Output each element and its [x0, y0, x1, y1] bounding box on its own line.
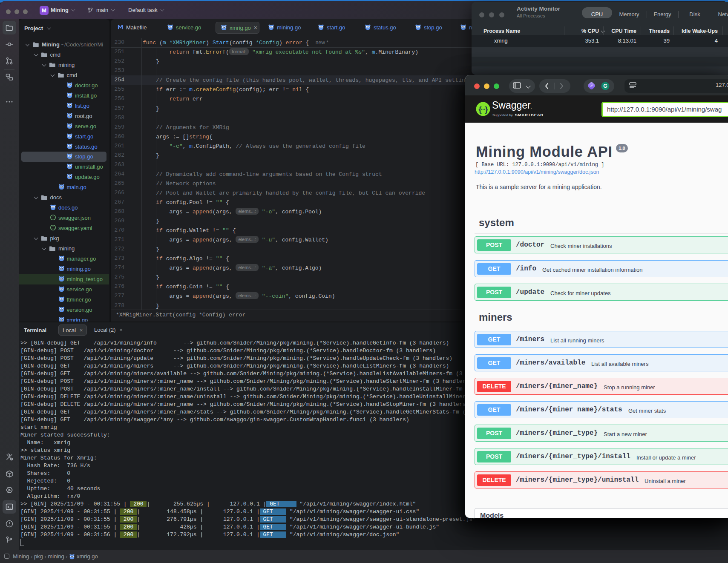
- svg-text:G: G: [603, 83, 607, 89]
- svg-text:}: }: [485, 105, 488, 114]
